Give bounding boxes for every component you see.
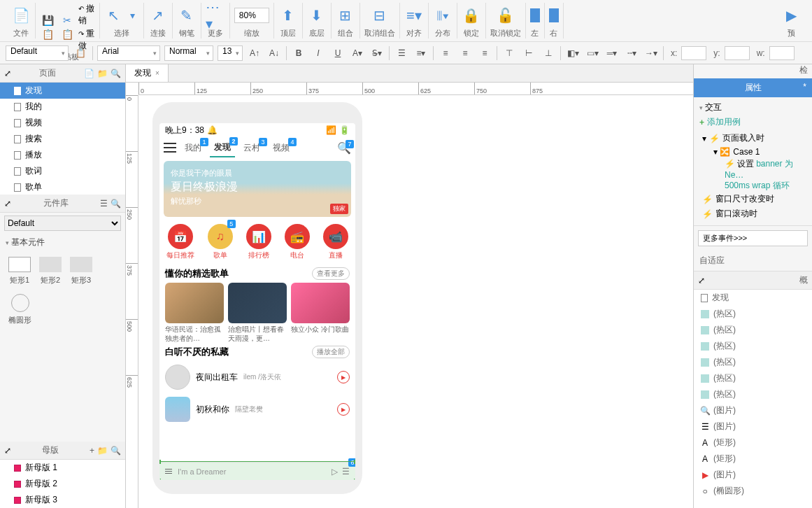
preview-icon[interactable]: ▶ xyxy=(781,6,801,25)
outline-item[interactable]: A(矩形) xyxy=(694,451,812,467)
nav-video[interactable]: 视频4 xyxy=(269,139,294,157)
connect-icon[interactable]: ↗ xyxy=(148,6,168,25)
inspector-toggle[interactable]: 检 xyxy=(694,64,812,78)
event-page-load[interactable]: ▾ ⚡页面载入时 xyxy=(702,131,806,146)
font-dropdown[interactable]: Arial xyxy=(97,45,160,61)
border-style-icon[interactable]: ╌▾ xyxy=(624,45,639,61)
x-input[interactable] xyxy=(681,46,706,60)
add-page-icon[interactable]: 📄 xyxy=(84,69,94,78)
unlock-icon[interactable]: 🔓 xyxy=(496,6,515,25)
outline-item[interactable]: (热区) xyxy=(694,306,812,322)
sec2-more[interactable]: 播放全部 xyxy=(312,346,350,358)
lib-menu-icon[interactable]: ☰ xyxy=(100,199,108,209)
file-icon[interactable]: 📄 xyxy=(11,6,31,25)
event-action[interactable]: ⚡ 设置 banner 为 Ne…500ms wrap 循环 xyxy=(702,158,806,192)
master-item-2[interactable]: 新母版 2 xyxy=(0,476,125,492)
align-left-icon[interactable] xyxy=(530,8,540,22)
align-left-text-icon[interactable]: ≡ xyxy=(438,45,453,61)
collapse-icon[interactable]: ⤢ xyxy=(4,69,11,78)
add-case-button[interactable]: 添加用例 xyxy=(699,113,806,131)
outline-item[interactable]: (热区) xyxy=(694,386,812,402)
properties-tab[interactable]: 属性* xyxy=(694,78,812,97)
outline-item[interactable]: (热区) xyxy=(694,322,812,338)
bullet-icon[interactable]: ☰ xyxy=(394,45,409,61)
strikethrough-icon[interactable]: S̶▾ xyxy=(369,45,385,61)
size-up-icon[interactable]: A↑ xyxy=(247,45,262,61)
outline-item[interactable]: ○(椭圆形) xyxy=(694,483,812,499)
pointer-icon[interactable]: ↖ xyxy=(104,6,124,25)
y-input[interactable] xyxy=(725,46,750,60)
zoom-input[interactable] xyxy=(234,8,269,23)
master-item-1[interactable]: 新母版 1 xyxy=(0,460,125,476)
mini-player[interactable]: 6 I'm a Dreamer ▷☰ xyxy=(159,462,355,480)
search-pages-icon[interactable]: 🔍 xyxy=(111,69,121,78)
event-case[interactable]: ▾ 🔀 Case 1 xyxy=(702,146,806,158)
underline-icon[interactable]: U xyxy=(330,45,346,61)
format-painter-icon[interactable]: 📋 xyxy=(73,45,88,61)
valign-bot-icon[interactable]: ⊥ xyxy=(541,45,556,61)
distribute-icon[interactable]: ⫴▾ xyxy=(433,6,453,25)
play-icon[interactable]: ▶ xyxy=(337,371,350,383)
song-2[interactable]: 初秋和你隔壁老樊▶ xyxy=(165,393,350,425)
quick-rank[interactable]: 📊排行榜 xyxy=(246,224,271,260)
page-item-discover[interactable]: 发现 xyxy=(0,83,125,99)
w-input[interactable] xyxy=(769,46,795,60)
play-icon[interactable]: ▶ xyxy=(337,403,350,416)
card-2[interactable]: 治愈唱片丨想看春天雨漫，更… xyxy=(228,283,287,343)
outline-item[interactable]: (热区) xyxy=(694,338,812,354)
text-color-icon[interactable]: A▾ xyxy=(350,45,365,61)
cut-icon[interactable]: ✂ xyxy=(61,14,73,27)
master-item-3[interactable]: 新母版 3 xyxy=(0,492,125,508)
page-item-search[interactable]: 搜索 xyxy=(0,131,125,147)
arrow-style-icon[interactable]: →▾ xyxy=(643,45,659,61)
shape-rect2[interactable]: 矩形2 xyxy=(39,257,62,285)
size-dropdown[interactable]: 13 xyxy=(218,45,243,61)
outline-item[interactable]: (热区) xyxy=(694,370,812,386)
outline-item[interactable]: (热区) xyxy=(694,354,812,370)
more-icon[interactable]: ⋯▾ xyxy=(206,6,225,25)
song-1[interactable]: 夜间出租车ilem /洛天依▶ xyxy=(165,361,350,393)
align-right-text-icon[interactable]: ≡ xyxy=(477,45,492,61)
interaction-section[interactable]: 交互 xyxy=(699,101,806,113)
nav-village[interactable]: 云村3 xyxy=(239,139,264,157)
quick-daily[interactable]: 📅每日推荐 xyxy=(166,224,194,260)
lib-section-basic[interactable]: 基本元件 xyxy=(0,234,125,251)
adaptive-section[interactable]: 自适应 xyxy=(694,251,812,271)
lock-icon[interactable]: 🔒 xyxy=(462,6,481,25)
hamburger-icon[interactable] xyxy=(164,143,176,153)
quick-radio[interactable]: 📻电台 xyxy=(285,224,310,260)
paste-icon[interactable]: 📋 xyxy=(61,28,73,41)
page-item-play[interactable]: 播放 xyxy=(0,147,125,163)
lib-dropdown[interactable]: Default xyxy=(4,216,121,231)
design-canvas[interactable]: 晚上9：38🔔 📶🔋 我的1 发现2 云村3 视频4 🔍7 你 xyxy=(138,95,693,508)
border-color-icon[interactable]: ▭▾ xyxy=(585,45,600,61)
outline-item[interactable]: ☰(图片) xyxy=(694,418,812,435)
collapse-masters-icon[interactable]: ⤢ xyxy=(4,446,11,456)
page-item-lyrics[interactable]: 歌词 xyxy=(0,163,125,179)
master-folder-icon[interactable]: 📁 xyxy=(97,446,108,456)
align-center-text-icon[interactable]: ≡ xyxy=(457,45,473,61)
bold-icon[interactable]: B xyxy=(291,45,306,61)
bring-front-icon[interactable]: ⬆ xyxy=(278,6,298,25)
nav-mine[interactable]: 我的1 xyxy=(180,139,206,157)
italic-icon[interactable]: I xyxy=(311,45,326,61)
undo-label[interactable]: ↶ 撤销 xyxy=(78,3,95,27)
card-3[interactable]: 独立小众 冷门歌曲 xyxy=(291,283,350,343)
group-icon[interactable]: ⊞ xyxy=(336,6,355,25)
outline-item[interactable]: ▶(图片) xyxy=(694,467,812,483)
master-search-icon[interactable]: 🔍 xyxy=(111,446,121,456)
align-right-icon[interactable] xyxy=(549,8,559,22)
collapse-lib-icon[interactable]: ⤢ xyxy=(4,199,11,209)
lib-search-icon[interactable]: 🔍 xyxy=(111,199,121,209)
ungroup-icon[interactable]: ⊟ xyxy=(370,6,390,25)
line-spacing-icon[interactable]: ≡▾ xyxy=(413,45,429,61)
add-folder-icon[interactable]: 📁 xyxy=(97,69,108,78)
sec1-more[interactable]: 查看更多 xyxy=(312,267,350,280)
size-down-icon[interactable]: A↓ xyxy=(266,45,282,61)
valign-mid-icon[interactable]: ⊢ xyxy=(521,45,536,61)
event-resize[interactable]: ⚡窗口尺寸改变时 xyxy=(702,192,806,206)
save-icon[interactable]: 💾 xyxy=(42,14,55,27)
close-icon[interactable]: × xyxy=(155,69,159,77)
align-icon[interactable]: ≡▾ xyxy=(404,6,424,25)
shape-rect1[interactable]: 矩形1 xyxy=(8,257,31,285)
